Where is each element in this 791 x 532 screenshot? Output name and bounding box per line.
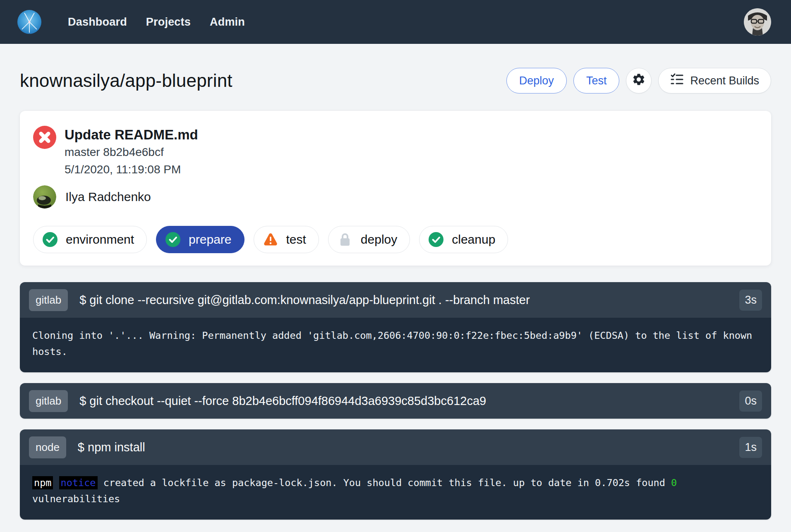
gear-icon: [632, 72, 646, 89]
deploy-button[interactable]: Deploy: [506, 68, 567, 93]
author-row: Ilya Radchenko: [33, 185, 758, 208]
npm-output-body: created a lockfile as package-lock.json.…: [98, 477, 671, 489]
commit-meta: Update README.md master 8b2b4e6bcf 5/1/2…: [65, 126, 198, 178]
commit-branch-ref: master 8b2b4e6bcf: [65, 144, 198, 161]
terminal-command: $ npm install: [78, 441, 145, 454]
stage-label: deploy: [361, 232, 397, 247]
stage-pill-deploy[interactable]: deploy: [328, 226, 410, 253]
nav-item-projects[interactable]: Projects: [146, 16, 191, 29]
check-circle-icon: [43, 232, 58, 247]
app-logo-icon[interactable]: [17, 9, 42, 35]
commit-row: Update README.md master 8b2b4e6bcf 5/1/2…: [33, 126, 758, 178]
npm-output-tail: vulnerabilities: [32, 493, 120, 505]
terminal-command-row[interactable]: gitlab $ git clone --recursive git@gitla…: [20, 282, 771, 318]
vulnerability-count: 0: [671, 477, 677, 489]
stage-pill-environment[interactable]: environment: [33, 226, 147, 253]
stage-label: prepare: [189, 232, 231, 247]
page-header: knownasilya/app-blueprint Deploy Test: [20, 68, 771, 93]
build-failed-icon: [33, 126, 56, 149]
commit-message: Update README.md: [65, 126, 198, 144]
stage-label: environment: [66, 232, 134, 247]
main-content: knownasilya/app-blueprint Deploy Test: [0, 68, 791, 520]
duration-badge: 1s: [739, 437, 762, 458]
stage-pill-test[interactable]: test: [254, 226, 319, 253]
npm-token: npm: [32, 476, 53, 489]
check-circle-icon: [165, 232, 180, 247]
duration-badge: 3s: [739, 290, 762, 311]
author-avatar: [33, 185, 56, 208]
top-nav: Dashboard Projects Admin: [0, 0, 791, 44]
settings-button[interactable]: [626, 68, 652, 93]
nav-links: Dashboard Projects Admin: [68, 16, 245, 29]
build-card: Update README.md master 8b2b4e6bcf 5/1/2…: [20, 111, 771, 266]
lock-icon: [338, 232, 352, 247]
recent-builds-label: Recent Builds: [690, 74, 759, 87]
header-actions: Deploy Test: [506, 68, 771, 93]
runner-tag: gitlab: [29, 289, 68, 311]
check-circle-icon: [429, 232, 443, 247]
nav-item-dashboard[interactable]: Dashboard: [68, 16, 127, 29]
notice-token: notice: [59, 476, 98, 489]
stage-pill-prepare[interactable]: prepare: [156, 226, 244, 253]
page-title: knownasilya/app-blueprint: [20, 70, 233, 91]
author-name: Ilya Radchenko: [65, 190, 151, 204]
warning-triangle-icon: [263, 232, 278, 247]
terminal-output: npm notice created a lockfile as package…: [20, 465, 771, 520]
stage-label: cleanup: [452, 232, 495, 247]
terminal-output: Cloning into '.'... Warning: Permanently…: [20, 318, 771, 372]
stage-label: test: [286, 232, 306, 247]
checklist-icon: [670, 73, 683, 89]
terminal-block-git-clone: gitlab $ git clone --recursive git@gitla…: [20, 282, 771, 372]
nav-item-admin[interactable]: Admin: [210, 16, 245, 29]
terminal-command: $ git clone --recursive git@gitlab.com:k…: [79, 293, 530, 307]
commit-timestamp: 5/1/2020, 11:19:08 PM: [65, 161, 198, 178]
stage-pill-cleanup[interactable]: cleanup: [419, 226, 508, 253]
terminal-command-row[interactable]: gitlab $ git checkout --quiet --force 8b…: [20, 383, 771, 419]
recent-builds-button[interactable]: Recent Builds: [658, 68, 771, 93]
terminal-block-git-checkout: gitlab $ git checkout --quiet --force 8b…: [20, 383, 771, 419]
user-avatar[interactable]: [744, 8, 771, 36]
duration-badge: 0s: [739, 391, 762, 412]
runner-tag: node: [29, 436, 66, 458]
terminal-block-npm-install: node $ npm install 1s npm notice created…: [20, 429, 771, 520]
stage-list: environment prepare: [33, 226, 758, 253]
runner-tag: gitlab: [29, 390, 68, 412]
test-button[interactable]: Test: [573, 68, 620, 93]
terminal-command: $ git checkout --quiet --force 8b2b4e6bc…: [79, 394, 486, 408]
terminal-command-row[interactable]: node $ npm install 1s: [20, 429, 771, 465]
